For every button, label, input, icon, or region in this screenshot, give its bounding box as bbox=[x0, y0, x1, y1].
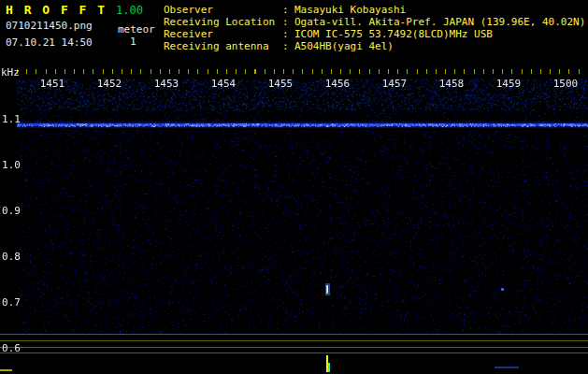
faint-event-mark bbox=[495, 367, 519, 368]
y-tick-label: 1.1 bbox=[2, 113, 19, 125]
station-info: Observer : Masayuki Kobayashi Receiving … bbox=[164, 4, 585, 52]
colon: : bbox=[282, 16, 294, 28]
y-axis-labels: 1.11.00.90.80.70.6 bbox=[0, 0, 17, 374]
event-strip bbox=[0, 353, 588, 374]
meteor-count: 1 bbox=[130, 36, 136, 48]
x-tick-label: 1452 bbox=[91, 78, 128, 90]
x-tick-label: 1458 bbox=[433, 78, 470, 90]
colon: : bbox=[282, 4, 294, 16]
colon: : bbox=[282, 28, 294, 40]
info-row-receiver: Receiver : ICOM IC-575 53.7492(8LCD)MHz … bbox=[164, 28, 585, 40]
timestamp: 07.10.21 14:50 bbox=[6, 36, 93, 49]
info-row-antenna: Receiving antenna : A504HB(yagi 4el) bbox=[164, 40, 585, 52]
location-label: Receiving Location bbox=[164, 16, 282, 28]
y-tick-label: 0.9 bbox=[2, 205, 19, 217]
y-tick-label: 0.8 bbox=[2, 251, 19, 263]
y-tick-label: 0.7 bbox=[2, 296, 19, 309]
observer-label: Observer bbox=[164, 4, 282, 16]
y-tick-label: 0.6 bbox=[2, 342, 19, 354]
meter-gridline bbox=[0, 340, 588, 341]
meter-gridline bbox=[0, 347, 588, 348]
x-tick-label: 1455 bbox=[262, 78, 299, 90]
y-tick-label: 1.0 bbox=[2, 159, 19, 171]
receiver-label: Receiver bbox=[164, 28, 282, 40]
signal-level-meter bbox=[0, 334, 588, 353]
colon: : bbox=[282, 40, 294, 52]
x-tick-label: 1454 bbox=[205, 78, 242, 90]
output-filename: 0710211450.png bbox=[6, 20, 93, 32]
receiver-value: ICOM IC-575 53.7492(8LCD)MHz USB bbox=[294, 28, 493, 40]
spectrogram-canvas bbox=[17, 79, 588, 334]
app-title: H R O F F T bbox=[6, 3, 107, 17]
observer-value: Masayuki Kobayashi bbox=[294, 4, 406, 16]
x-tick-label: 1456 bbox=[319, 78, 356, 90]
info-row-location: Receiving Location : Ogata-vill. Akita-P… bbox=[164, 16, 585, 28]
meter-gridline bbox=[0, 334, 588, 335]
antenna-value: A504HB(yagi 4el) bbox=[294, 40, 394, 52]
x-tick-label: 1459 bbox=[490, 78, 527, 90]
x-tick-label: 1451 bbox=[34, 78, 71, 90]
hrofft-window: H R O F F T 1.00 0710211450.png meteor 1… bbox=[0, 0, 588, 374]
meteor-event-spike-cyan bbox=[328, 363, 330, 372]
antenna-label: Receiving antenna bbox=[164, 40, 282, 52]
info-row-observer: Observer : Masayuki Kobayashi bbox=[164, 4, 585, 16]
x-tick-label: 1500 bbox=[547, 78, 584, 90]
mode-label: meteor bbox=[118, 23, 155, 36]
x-tick-label: 1453 bbox=[148, 78, 185, 90]
x-tick-label: 1457 bbox=[376, 78, 413, 90]
app-version: 1.00 bbox=[116, 4, 143, 17]
x-axis-labels: 1451145214531454145514561457145814591500 bbox=[0, 78, 588, 90]
location-value: Ogata-vill. Akita-Pref. JAPAN (139.96E, … bbox=[294, 16, 585, 28]
time-tick-marks bbox=[17, 69, 588, 74]
